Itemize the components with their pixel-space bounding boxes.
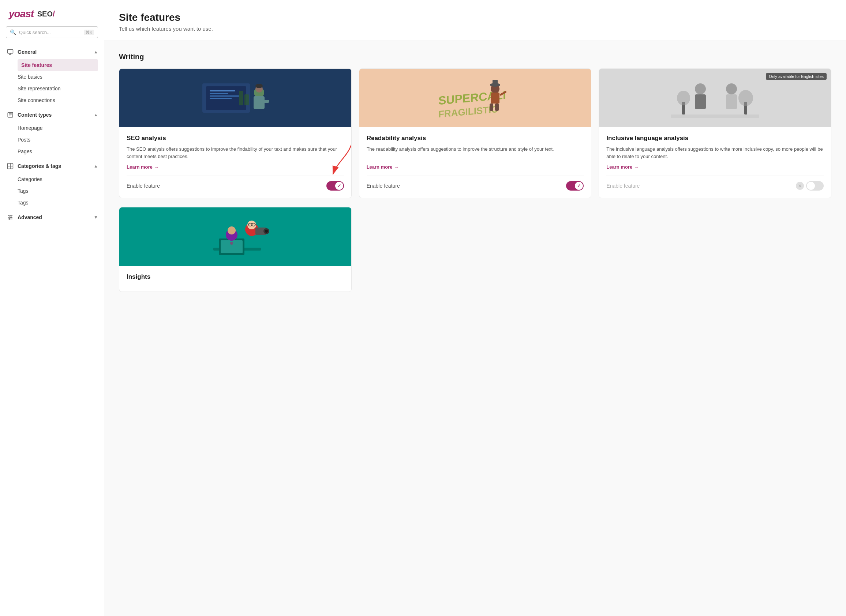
seo-analysis-footer: Enable feature ✓	[126, 176, 344, 191]
svg-point-30	[258, 93, 260, 95]
readability-analysis-card: SUPERCALI FRAGILISTIC	[359, 68, 592, 198]
page-title: Site features	[119, 12, 831, 23]
logo-product: SEO	[35, 10, 53, 18]
content-types-label: Content types	[18, 112, 90, 118]
inclusive-language-desc: The inclusive language analysis offers s…	[606, 145, 824, 160]
logo-brand: yoast	[9, 8, 34, 20]
sliders-icon	[7, 214, 14, 221]
svg-rect-7	[8, 164, 10, 166]
arrow-right-icon: →	[394, 164, 398, 170]
insights-title: Insights	[126, 273, 344, 280]
logo-slash: /	[53, 9, 55, 19]
english-only-badge: Only available for English sites	[766, 73, 827, 80]
nav-section-general-header[interactable]: General ▲	[0, 45, 104, 59]
readability-analysis-desc: The readability analysis offers suggesti…	[367, 145, 584, 160]
svg-rect-23	[239, 91, 243, 106]
inclusive-enable-toggle: ✕	[796, 181, 824, 191]
monitor-icon	[7, 48, 14, 56]
sidebar-item-homepage[interactable]: Homepage	[18, 122, 104, 134]
content-types-sub-items: Homepage Posts Pages	[0, 122, 104, 157]
sidebar-item-site-basics[interactable]: Site basics	[18, 71, 104, 83]
advanced-label: Advanced	[18, 214, 90, 220]
inclusive-language-body: Inclusive language analysis The inclusiv…	[599, 127, 831, 198]
svg-rect-9	[8, 166, 10, 169]
sidebar-item-site-connections[interactable]: Site connections	[18, 94, 104, 106]
svg-rect-22	[210, 98, 232, 99]
svg-point-41	[695, 84, 706, 94]
sidebar-item-categories[interactable]: Categories	[18, 173, 104, 185]
readability-enable-toggle[interactable]: ✓	[566, 181, 584, 191]
writing-section-title: Writing	[119, 53, 831, 61]
seo-analysis-learn-more[interactable]: Learn more →	[126, 164, 344, 170]
seo-analysis-image	[119, 69, 351, 127]
general-sub-items: Site features Site basics Site represent…	[0, 59, 104, 106]
readability-analysis-title: Readability analysis	[367, 135, 584, 142]
readability-enable-label: Enable feature	[367, 183, 400, 189]
svg-rect-42	[695, 94, 706, 109]
svg-point-15	[10, 217, 12, 218]
seo-analysis-card: SEO analysis The SEO analysis offers sug…	[119, 68, 352, 198]
insights-image	[119, 207, 351, 266]
seo-analysis-desc: The SEO analysis offers suggestions to i…	[126, 145, 344, 160]
nav-section-categories-tags: Categories & tags ▲ Categories Tags Tags	[0, 159, 104, 208]
writing-cards-grid: SEO analysis The SEO analysis offers sug…	[119, 68, 831, 198]
sidebar-item-pages[interactable]: Pages	[18, 145, 104, 157]
sidebar-item-site-features[interactable]: Site features	[18, 59, 98, 71]
svg-point-27	[256, 84, 263, 88]
nav-section-content-types-header[interactable]: Content types ▲	[0, 107, 104, 122]
svg-point-48	[739, 90, 753, 106]
nav-section-categories-tags-header[interactable]: Categories & tags ▲	[0, 159, 104, 173]
inclusive-language-image: Only available for English sites	[599, 69, 831, 127]
search-box[interactable]: 🔍 Quick search... ⌘K	[6, 26, 98, 38]
inclusive-language-card: Only available for English sites	[599, 68, 831, 198]
inclusive-language-title: Inclusive language analysis	[606, 135, 824, 142]
sidebar-item-site-representation[interactable]: Site representation	[18, 83, 104, 94]
categories-tags-chevron: ▲	[94, 164, 98, 169]
search-placeholder: Quick search...	[19, 29, 81, 35]
insights-cards-row: Insights	[119, 207, 831, 292]
svg-rect-37	[495, 104, 499, 111]
svg-rect-20	[210, 93, 228, 94]
svg-rect-8	[10, 164, 13, 166]
seo-toggle-check: ✓	[337, 183, 341, 188]
nav-section-advanced: Advanced ▼	[0, 210, 104, 224]
nav-section-general: General ▲ Site features Site basics Site…	[0, 45, 104, 106]
readability-learn-more[interactable]: Learn more →	[367, 164, 584, 170]
seo-analysis-title: SEO analysis	[126, 135, 344, 142]
content-area: Writing	[104, 41, 846, 304]
readability-analysis-image: SUPERCALI FRAGILISTIC	[359, 69, 591, 127]
svg-rect-49	[671, 114, 759, 118]
disabled-x-icon: ✕	[796, 182, 804, 190]
svg-rect-46	[726, 94, 737, 109]
seo-enable-label: Enable feature	[126, 183, 160, 189]
content-types-chevron: ▲	[94, 112, 98, 117]
svg-point-16	[9, 219, 10, 220]
svg-point-45	[726, 84, 737, 94]
disabled-toggle-track	[806, 181, 824, 191]
categories-tags-sub-items: Categories Tags Tags	[0, 173, 104, 208]
svg-rect-35	[491, 92, 499, 104]
inclusive-learn-more[interactable]: Learn more →	[606, 164, 824, 170]
seo-analysis-body: SEO analysis The SEO analysis offers sug…	[119, 127, 351, 198]
sidebar-item-tags1[interactable]: Tags	[18, 185, 104, 197]
svg-point-63	[228, 226, 236, 235]
inclusive-footer: Enable feature ✕	[606, 176, 824, 191]
insights-body: Insights	[119, 266, 351, 292]
nav-section-advanced-header[interactable]: Advanced ▼	[0, 210, 104, 224]
svg-point-64	[230, 242, 233, 245]
svg-rect-36	[490, 104, 493, 111]
sidebar-item-tags2[interactable]: Tags	[18, 197, 104, 208]
readability-toggle-thumb: ✓	[575, 182, 583, 190]
sidebar-item-posts[interactable]: Posts	[18, 134, 104, 145]
seo-enable-toggle[interactable]: ✓	[326, 181, 344, 191]
arrow-right-icon: →	[154, 164, 159, 170]
disabled-toggle-thumb	[807, 182, 815, 190]
seo-toggle-track: ✓	[326, 181, 344, 191]
nav-section-content-types: Content types ▲ Homepage Posts Pages	[0, 107, 104, 157]
arrow-right-icon: →	[634, 164, 639, 170]
readability-analysis-body: Readability analysis The readability ana…	[359, 127, 591, 198]
seo-toggle-thumb: ✓	[335, 182, 343, 190]
page-subtitle: Tell us which features you want to use.	[119, 26, 831, 32]
svg-rect-24	[244, 94, 249, 106]
svg-rect-0	[8, 49, 13, 53]
